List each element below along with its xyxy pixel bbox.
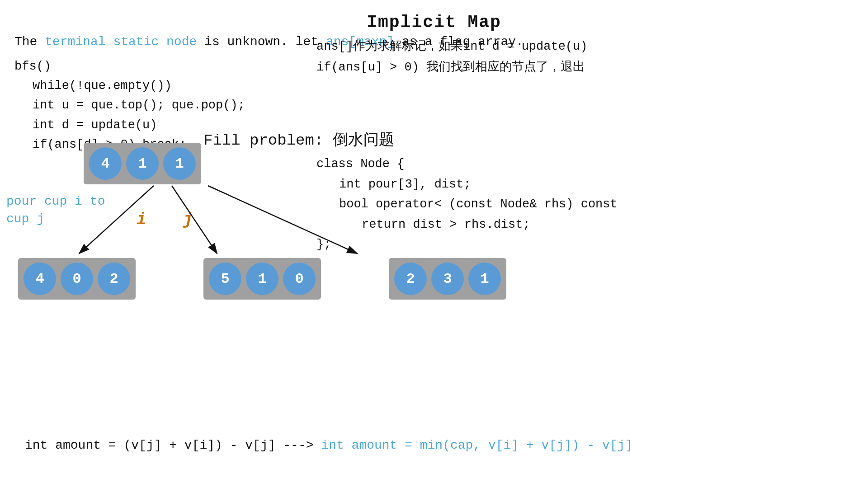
top-array: 4 1 1	[84, 143, 201, 184]
top-array-box: 4 1 1	[84, 143, 201, 184]
top-normal1: The	[14, 35, 45, 49]
bottom-array-2: 2 3 1	[389, 258, 506, 300]
b1-circle-2: 0	[283, 263, 316, 295]
bottom-array-0: 4 0 2	[18, 258, 136, 300]
top-circle-1: 1	[126, 147, 159, 180]
class-line-3: return dist > rhs.dist;	[362, 215, 618, 235]
b0-circle-2: 2	[98, 263, 130, 295]
svg-line-2	[172, 186, 217, 253]
annotation-line2: if(ans[u] > 0) 我们找到相应的节点了，退出	[316, 57, 587, 78]
code-line-1: while(!que.empty())	[33, 76, 245, 96]
formula-left: int amount = (v[j] + v[i]) - v[j] --->	[25, 438, 314, 452]
index-i-label: i	[137, 211, 146, 229]
b1-circle-0: 5	[209, 263, 241, 295]
class-line-2: bool operator< (const Node& rhs) const	[339, 194, 618, 215]
bottom-arrays: 4 0 2 5 1 0 2 3 1	[18, 258, 506, 300]
class-node-block: class Node { int pour[3], dist; bool ope…	[316, 154, 618, 255]
b1-circle-1: 1	[246, 263, 278, 295]
b0-circle-0: 4	[24, 263, 56, 295]
formula-bottom: int amount = (v[j] + v[i]) - v[j] ---> i…	[25, 438, 632, 452]
b2-circle-1: 3	[431, 263, 464, 295]
fill-problem-label: Fill problem: 倒水问题	[203, 129, 394, 150]
top-circle-2: 1	[163, 147, 196, 180]
content-area: The terminal static node is unknown. let…	[0, 32, 868, 484]
formula-right: int amount = min(cap, v[i] + v[j]) - v[j…	[321, 438, 632, 452]
top-circle-0: 4	[89, 147, 122, 180]
class-line-4: };	[316, 235, 618, 255]
top-normal2: is unknown. let	[197, 35, 326, 49]
code-line-2: int u = que.top(); que.pop();	[33, 96, 245, 115]
class-line-0: class Node {	[316, 154, 618, 174]
b0-circle-1: 0	[61, 263, 93, 295]
b2-circle-2: 1	[468, 263, 501, 295]
pour-label: pour cup i tocup j	[6, 192, 105, 228]
top-blue1: terminal static node	[45, 35, 197, 49]
class-line-1: int pour[3], dist;	[339, 174, 618, 195]
annotation-right: ans[]作为求解标记，如果int d = update(u) if(ans[u…	[316, 37, 587, 78]
index-j-label: j	[183, 211, 193, 229]
bottom-array-1: 5 1 0	[203, 258, 321, 300]
b2-circle-0: 2	[394, 263, 427, 295]
bfs-line: bfs()	[14, 57, 245, 76]
page-title: Implicit Map	[0, 0, 868, 32]
annotation-line1: ans[]作为求解标记，如果int d = update(u)	[316, 37, 587, 57]
